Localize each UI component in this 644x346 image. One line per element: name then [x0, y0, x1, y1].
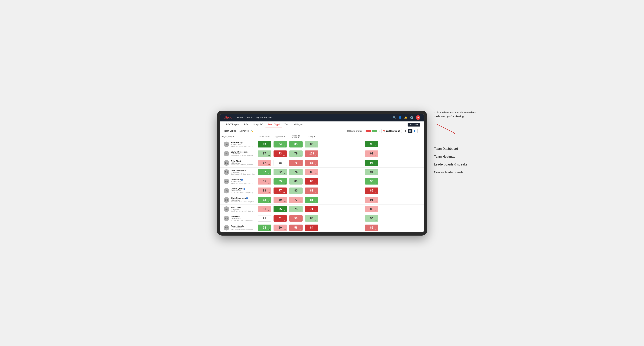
metric-cell-7-player_quality: 813▼ — [256, 204, 272, 214]
sub-nav-teamclippd[interactable]: Team Clippd — [266, 121, 282, 128]
score-value-6-off_tee: 60 — [278, 198, 282, 201]
player-info-3[interactable]: DBDave Billingham1-5 HandicapGog Magog G… — [220, 168, 256, 176]
annotation-item-1: Team Heatmap — [434, 154, 483, 159]
sub-nav-allplayers[interactable]: All Players — [291, 121, 306, 128]
col-header-offtee[interactable]: Off the Tee ▼ — [256, 134, 272, 140]
bell-icon[interactable]: 🔔 — [404, 116, 408, 119]
score-box-4-player_quality: 853▼ — [258, 178, 271, 184]
col-header-player[interactable]: Player Quality ▼ — [220, 134, 256, 140]
player-name-4: David Ford✓ — [231, 178, 255, 181]
sub-nav-links: PGAT Players PGA Hcaps 1-5 Team Clippd T… — [224, 121, 306, 128]
player-name-6: Chris Robertson✓ — [231, 197, 255, 199]
verified-badge-5: ✓ — [244, 188, 245, 190]
score-value-0-off_tee: 84 — [278, 143, 282, 146]
player-handicap-3: 1-5 Handicap — [231, 172, 255, 173]
score-box-7-putting: 892▼ — [365, 206, 378, 212]
sub-nav-hcaps[interactable]: Hcaps 1-5 — [251, 121, 266, 128]
score-box-3-around_green: 853▼ — [305, 169, 318, 175]
player-club-6: Craigmillar Park, United Kingdom — [231, 201, 255, 203]
player-cell-9: ANAaron Nicholls11-15 HandicapDrift Golf… — [220, 223, 256, 232]
metric-cell-3-around_green: 853▼ — [304, 168, 320, 177]
score-box-0-around_green: 881▼ — [305, 141, 318, 148]
score-change-4-around_green: 10▼ — [315, 182, 318, 184]
score-value-2-putting: 97 — [370, 161, 373, 165]
player-info-1[interactable]: ECEdward Crossman1-5 HandicapSunningdale… — [220, 150, 256, 158]
score-value-8-around_green: 88 — [310, 217, 313, 220]
nav-link-home[interactable]: Home — [236, 116, 243, 119]
nav-link-myperformance[interactable]: My Performance — [256, 116, 273, 119]
score-box-8-off_tee: 613▼ — [274, 215, 287, 222]
score-change-2-around_green: 6▼ — [316, 164, 318, 165]
metric-cell-1-off_tee: 7311▼ — [272, 149, 288, 158]
score-box-1-player_quality: 871▲ — [258, 151, 271, 157]
score-change-9-player_quality: 8▲ — [268, 229, 270, 230]
score-value-7-around_green: 71 — [310, 208, 313, 211]
score-change-2-putting: 5▲ — [376, 164, 378, 165]
sub-nav-pga[interactable]: PGA — [242, 121, 251, 128]
player-info-6[interactable]: CRChris Robertson✓1-5 HandicapCraigmilla… — [220, 196, 256, 204]
metric-cell-2-around_green: 866▼ — [304, 158, 320, 168]
player-info-8[interactable]: MMMatt Miller6-10 HandicapWoburn Golf Cl… — [220, 215, 256, 222]
score-change-5-approach: 1▲ — [300, 191, 302, 193]
nav-logo: clippd — [224, 116, 232, 119]
player-name-8: Matt Miller — [231, 216, 255, 218]
sub-nav-pgat[interactable]: PGAT Players — [224, 121, 242, 128]
sub-nav-tour[interactable]: Tour — [282, 121, 291, 128]
score-change-8-putting: 3▲ — [376, 219, 378, 221]
add-team-button[interactable]: Add Team — [408, 123, 420, 127]
score-change-7-player_quality: 3▼ — [268, 210, 270, 212]
player-cell-1: ECEdward Crossman1-5 HandicapSunningdale… — [220, 149, 256, 158]
metric-cell-8-around_green: 882▼ — [304, 214, 320, 223]
score-value-9-approach: 58 — [294, 226, 298, 229]
view-toggle-heatmap[interactable]: ▦ — [408, 129, 412, 133]
user-icon[interactable]: 👤 — [398, 116, 402, 119]
score-value-9-player_quality: 74 — [263, 226, 266, 229]
score-value-3-approach: 74 — [294, 171, 298, 174]
player-handicap-7: 1-5 Handicap — [231, 208, 255, 210]
score-change-1-approach: 9▲ — [300, 155, 302, 156]
metric-cell-9-off_tee: 601▼ — [272, 223, 288, 232]
metric-cell-3-putting: 941▲ — [320, 168, 424, 177]
view-toggle-player[interactable]: 👤 — [412, 129, 417, 133]
col-header-around[interactable]: Around the Green ▼ — [288, 134, 304, 140]
nav-actions: 🔍 👤 🔔 ⚙️ U — [393, 115, 420, 120]
score-change-0-off_tee: 6▲ — [284, 145, 286, 147]
player-info-4[interactable]: DFDavid Ford✓Plus HandicapRoyal North De… — [220, 177, 256, 185]
search-icon[interactable]: 🔍 — [393, 116, 396, 119]
score-value-6-player_quality: 82 — [263, 198, 266, 201]
last-rounds-button[interactable]: 📅 Last Rounds: 20 — [381, 129, 402, 133]
metric-cell-1-around_green: 10315▲ — [304, 149, 320, 158]
view-toggle-sort[interactable]: ↕ — [418, 129, 420, 133]
col-header-putting[interactable]: Putting ▼ — [304, 134, 320, 140]
view-toggles: ⊞ ▦ 👤 ↕ — [404, 129, 420, 133]
view-toggle-grid[interactable]: ⊞ — [404, 129, 408, 133]
score-change-4-player_quality: 3▼ — [268, 182, 270, 184]
player-info-0[interactable]: BMBlair McHargPlus HandicapRoyal North D… — [220, 141, 256, 148]
top-nav: clippd Home Teams My Performance 🔍 👤 🔔 ⚙… — [220, 114, 424, 121]
scale-max: +5 — [378, 130, 380, 132]
score-box-2-approach: 753▼ — [289, 160, 302, 166]
avatar[interactable]: U — [416, 115, 420, 120]
table-row: ECEdward Crossman1-5 HandicapSunningdale… — [220, 149, 424, 158]
player-handicap-4: Plus Handicap — [231, 181, 255, 182]
player-info-9[interactable]: ANAaron Nicholls11-15 HandicapDrift Golf… — [220, 224, 256, 231]
nav-link-teams[interactable]: Teams — [246, 116, 253, 119]
score-box-0-player_quality: 934▲ — [258, 141, 271, 148]
metric-cell-4-approach: 803▲ — [288, 177, 304, 186]
score-value-9-off_tee: 60 — [278, 226, 282, 229]
player-info-2[interactable]: EEElliot Ebert1-5 HandicapSunningdale Go… — [220, 159, 256, 167]
team-controls: 20 Round Change -5 +5 📅 Last Rounds: 20 … — [347, 129, 420, 133]
metric-cell-1-putting: 923▼ — [320, 149, 424, 158]
heatmap-table: Player Quality ▼ Off the Tee ▼ Approach … — [220, 134, 424, 232]
settings-icon[interactable]: ⚙️ — [410, 116, 413, 119]
col-header-approach[interactable]: Approach ▼ — [272, 134, 288, 140]
metric-cell-7-off_tee: 958▲ — [272, 204, 288, 214]
score-box-5-around_green: 836▼ — [305, 187, 318, 194]
score-box-1-putting: 923▼ — [365, 151, 378, 157]
score-box-2-off_tee: 88 — [274, 160, 287, 166]
edit-icon[interactable]: ✏️ — [251, 130, 253, 132]
player-info-7[interactable]: JCJosh Coles1-5 HandicapRoyal North Devo… — [220, 205, 256, 213]
player-info-5[interactable]: CQCharlie Quick✓6-10 HandicapSt. George'… — [220, 187, 256, 194]
tablet-screen: clippd Home Teams My Performance 🔍 👤 🔔 ⚙… — [220, 114, 424, 232]
score-change-2-approach: 3▼ — [300, 164, 302, 165]
